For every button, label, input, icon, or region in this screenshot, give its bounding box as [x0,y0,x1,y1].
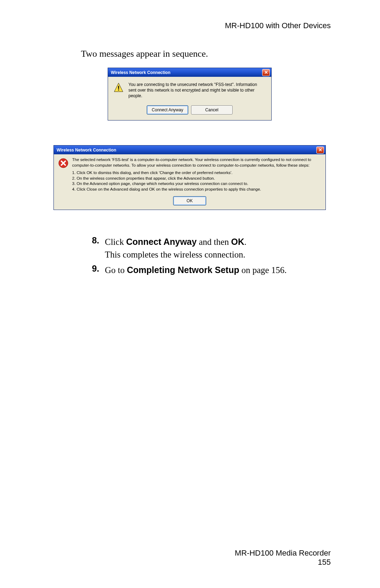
ok-button[interactable]: OK [173,196,206,205]
step-body: Go to Completing Network Setup on page 1… [105,264,287,277]
dialog2-step: 1. Click OK to dismiss this dialog, and … [72,170,321,176]
footer-title: MR-HD100 Media Recorder [235,549,331,558]
dialog2-close-button[interactable]: ✕ [316,147,324,154]
step-8: 8. Click Connect Anyway and then OK. Thi… [81,235,331,261]
svg-rect-1 [118,86,119,89]
text: Go to [105,265,127,275]
dialog2-titlebar: Wireless Network Connection ✕ [54,146,325,154]
step-number: 8. [81,235,105,261]
dialog2-step: 2. On the wireless connection properties… [72,176,321,181]
dialog1-close-button[interactable]: ✕ [262,69,270,76]
close-icon: ✕ [318,148,322,152]
dialog2-text: The selected network 'FSS-test' is a com… [72,157,321,193]
svg-rect-2 [118,89,119,91]
text: Click [105,237,126,247]
step-body: Click Connect Anyway and then OK. This c… [105,235,247,261]
dialog1-body: You are connecting to the unsecured netw… [108,77,271,102]
bold-text: OK [231,237,245,247]
error-icon [58,158,69,168]
warning-icon [114,82,124,92]
text: on page 156. [239,265,287,275]
intro-text: Two messages appear in sequence. [81,49,208,59]
page-header: MR-HD100 with Other Devices [225,21,331,30]
step-9: 9. Go to Completing Network Setup on pag… [81,264,331,277]
dialog2-step: 3. On the Advanced option page, change w… [72,181,321,187]
cancel-button[interactable]: Cancel [191,105,233,114]
dialog2-title: Wireless Network Connection [57,148,116,153]
dialog-unsecured-network: Wireless Network Connection ✕ You are co… [108,68,272,120]
dialog2-body: The selected network 'FSS-test' is a com… [54,154,325,194]
page-number: 155 [235,558,331,567]
instruction-list: 8. Click Connect Anyway and then OK. Thi… [81,235,331,279]
dialog1-button-row: Connect Anyway Cancel [108,102,271,120]
connect-anyway-button[interactable]: Connect Anyway [147,105,188,114]
dialog1-message: You are connecting to the unsecured netw… [128,82,266,99]
step-line2: This completes the wireless connection. [105,250,245,259]
text: . [244,237,246,247]
dialog2-paragraph: The selected network 'FSS-test' is a com… [72,157,321,168]
close-icon: ✕ [264,70,268,75]
page: MR-HD100 with Other Devices Two messages… [0,0,380,588]
page-footer: MR-HD100 Media Recorder 155 [235,549,331,567]
dialog-adhoc-network: Wireless Network Connection ✕ The select… [53,145,326,210]
dialog2-button-row: OK [54,194,325,210]
dialog1-titlebar: Wireless Network Connection ✕ [108,68,271,77]
bold-text: Completing Network Setup [127,265,239,275]
dialog2-steps: 1. Click OK to dismiss this dialog, and … [72,170,321,192]
dialog2-step: 4. Click Close on the Advanced dialog an… [72,187,321,192]
text: and then [197,237,231,247]
dialog1-title: Wireless Network Connection [111,70,170,75]
step-number: 9. [81,264,105,277]
bold-text: Connect Anyway [126,237,197,247]
